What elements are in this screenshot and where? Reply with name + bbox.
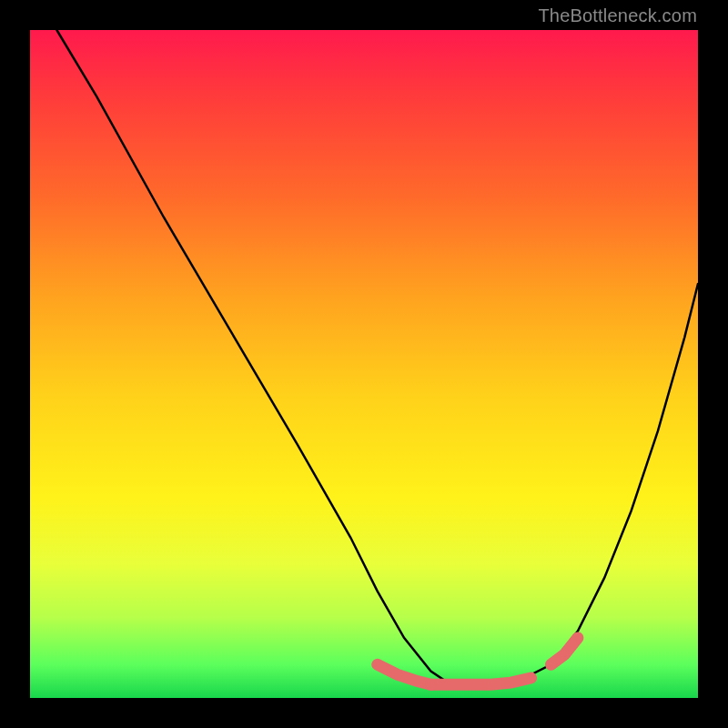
watermark-text: TheBottleneck.com bbox=[538, 5, 697, 26]
highlight-right bbox=[551, 638, 578, 664]
chart-frame: TheBottleneck.com bbox=[0, 0, 728, 728]
highlight-bottom bbox=[430, 678, 531, 684]
plot-area bbox=[30, 30, 698, 698]
main-curve bbox=[56, 30, 698, 684]
highlight-left bbox=[378, 664, 431, 684]
curve-svg bbox=[30, 30, 698, 698]
